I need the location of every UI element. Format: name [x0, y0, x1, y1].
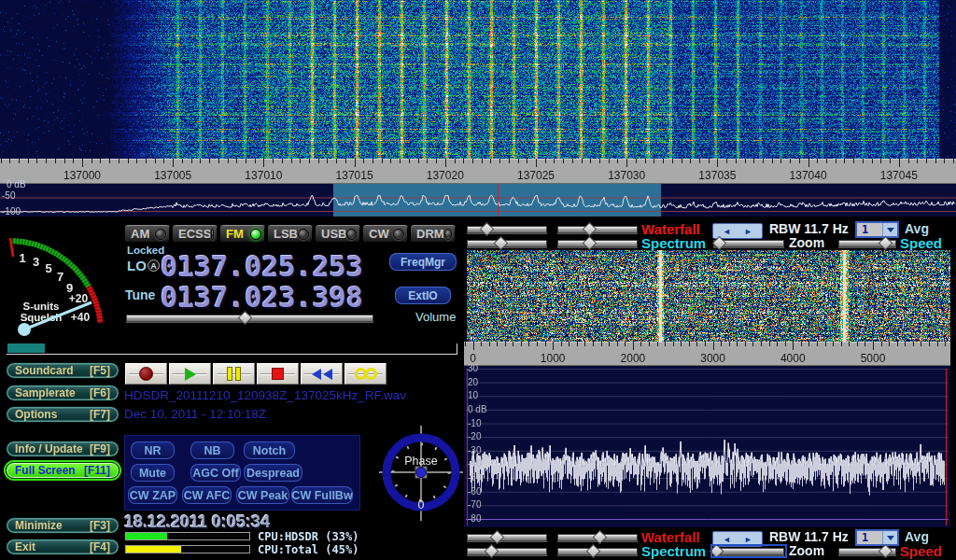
db-tick-label: -10 [468, 418, 481, 428]
soundcard-button[interactable]: Soundcard[F5] [6, 362, 120, 379]
smeter-tick-label: 7 [57, 270, 63, 284]
dsp-label: NR [144, 444, 161, 457]
extio-button[interactable]: ExtIO [395, 287, 451, 304]
speed-slider[interactable] [838, 238, 896, 248]
cpu-hdsdr-bar [125, 532, 250, 540]
phase-dial[interactable]: Phase 0 [379, 426, 463, 521]
lo-auto-badge-icon[interactable]: A [148, 259, 160, 272]
phase-value: 0 [418, 498, 425, 511]
s-meter[interactable]: 1 3 5 7 9 +20 +40 S-units Squelch [0, 222, 121, 345]
audio-zoom-slider[interactable] [713, 546, 784, 556]
dsp-label: Despread [246, 467, 300, 480]
pause-icon [226, 367, 243, 381]
volume-slider[interactable] [126, 313, 373, 323]
main-spectrum-db-label: -100 [2, 206, 21, 217]
audio-spectrum-section-label[interactable]: Spectrum [641, 543, 706, 559]
mode-button-lsb[interactable]: LSB [267, 224, 314, 244]
mode-label: USB [321, 227, 346, 241]
freq-tick-label: 3000 [700, 352, 725, 365]
fullscreen-button[interactable]: Full Screen[F11] [6, 462, 120, 479]
mode-led-icon [444, 229, 452, 240]
mode-button-row: AM ECSS FM LSB USB CW DRM [124, 224, 457, 244]
mode-button-ecss[interactable]: ECSS [172, 224, 218, 244]
audio-spectrum-brightness-slider[interactable] [467, 546, 547, 556]
recording-timestamp: Dec 10, 2011 - 12:10:18Z [124, 407, 266, 421]
spectrum-brightness-slider[interactable] [467, 238, 547, 248]
dropdown-arrow-icon[interactable] [882, 223, 897, 236]
db-tick-label: -70 [468, 499, 481, 510]
slider-thumb[interactable] [238, 311, 253, 326]
audio-waterfall-contrast-slider[interactable] [557, 532, 638, 542]
mode-button-cw[interactable]: CW [362, 224, 409, 244]
record-icon [139, 367, 153, 381]
mode-button-usb[interactable]: USB [315, 224, 361, 244]
rbw-readout: RBW 11.7 Hz [769, 221, 849, 236]
notch-button[interactable]: Notch [244, 441, 295, 459]
main-frequency-axis[interactable]: 137000 137005 137010 137015 137020 13702… [0, 159, 956, 184]
freq-tick-label: 137020 [427, 169, 464, 182]
mode-button-fm[interactable]: FM [219, 224, 266, 244]
minimize-button[interactable]: Minimize[F3] [6, 517, 120, 534]
nb-button[interactable]: NB [190, 441, 234, 459]
freq-tick-label: 2000 [621, 352, 646, 365]
spin-right-icon[interactable]: ► [744, 227, 752, 236]
audio-waterfall-brightness-slider[interactable] [467, 532, 547, 542]
db-tick-label: 20 [468, 377, 478, 387]
phase-knob[interactable] [416, 468, 427, 478]
rewind-button[interactable] [301, 363, 343, 385]
audio-avg-dropdown[interactable]: 1 [855, 529, 899, 546]
cw-zap-button[interactable]: CW ZAP [128, 486, 177, 504]
agc-button[interactable]: AGC Off [190, 464, 241, 482]
waterfall-contrast-slider[interactable] [557, 224, 638, 234]
spin-right-icon[interactable]: ► [744, 535, 752, 544]
stop-button[interactable] [257, 363, 299, 385]
pause-button[interactable] [213, 363, 255, 385]
mode-label: ECSS [178, 227, 211, 241]
mode-button-drm[interactable]: DRM [410, 224, 457, 244]
spin-left-icon[interactable]: ◄ [723, 535, 731, 544]
spectrum-section-label[interactable]: Spectrum [641, 235, 706, 251]
loop-button[interactable] [344, 363, 387, 385]
tune-frequency-value[interactable]: 0137.023.398 [161, 281, 363, 314]
play-button[interactable] [169, 363, 211, 385]
info-update-button[interactable]: Info / Update[F9] [6, 441, 120, 457]
mute-button[interactable]: Mute [131, 464, 175, 482]
panel-divider [7, 354, 457, 355]
button-hotkey: [F4] [90, 540, 110, 553]
spin-left-icon[interactable]: ◄ [723, 227, 731, 236]
lo-label: LO [127, 258, 147, 273]
zoom-slider[interactable] [713, 238, 784, 248]
cw-fullbw-button[interactable]: CW FullBw [291, 486, 353, 504]
options-button[interactable]: Options[F7] [6, 406, 120, 423]
dropdown-arrow-icon[interactable] [882, 531, 897, 544]
audio-waterfall-display[interactable] [467, 250, 950, 342]
record-button[interactable] [125, 363, 167, 385]
squelch-indicator[interactable] [7, 343, 45, 353]
nr-button[interactable]: NR [131, 441, 175, 459]
freq-tick-label: 137015 [336, 169, 373, 182]
main-spectrum-display[interactable] [0, 184, 956, 217]
audio-rbw-readout: RBW 11.7 Hz [769, 529, 849, 544]
button-hotkey: [F7] [90, 408, 110, 421]
freq-tick-label: 1000 [541, 352, 566, 365]
freqmgr-button[interactable]: FreqMgr [389, 253, 457, 271]
main-waterfall-display[interactable] [0, 0, 956, 159]
samplerate-button[interactable]: Samplerate[F6] [6, 385, 120, 401]
audio-speed-slider[interactable] [838, 546, 896, 556]
mode-button-am[interactable]: AM [124, 224, 171, 244]
audio-speed-label: Speed [900, 543, 942, 559]
audio-frequency-axis[interactable]: 0 1000 2000 3000 4000 5000 [464, 342, 950, 366]
spectrum-contrast-slider[interactable] [557, 238, 638, 248]
cw-peak-button[interactable]: CW Peak [236, 486, 289, 504]
audio-spectrum-contrast-slider[interactable] [557, 546, 638, 556]
audio-spectrum-display[interactable]: 30 20 10 0 dB -10 -20 -30 -40 -50 -60 -7… [464, 366, 950, 527]
db-tick-label: -40 [468, 458, 481, 469]
freq-tick-label: 137035 [698, 169, 736, 182]
lo-frequency-value[interactable]: 0137.025.253 [161, 250, 363, 283]
cw-afc-button[interactable]: CW AFC [182, 486, 232, 504]
despread-button[interactable]: Despread [244, 464, 302, 482]
avg-dropdown[interactable]: 1 [855, 221, 899, 238]
waterfall-brightness-slider[interactable] [467, 224, 547, 234]
exit-button[interactable]: Exit[F4] [6, 539, 120, 555]
button-label: Minimize [15, 519, 63, 532]
